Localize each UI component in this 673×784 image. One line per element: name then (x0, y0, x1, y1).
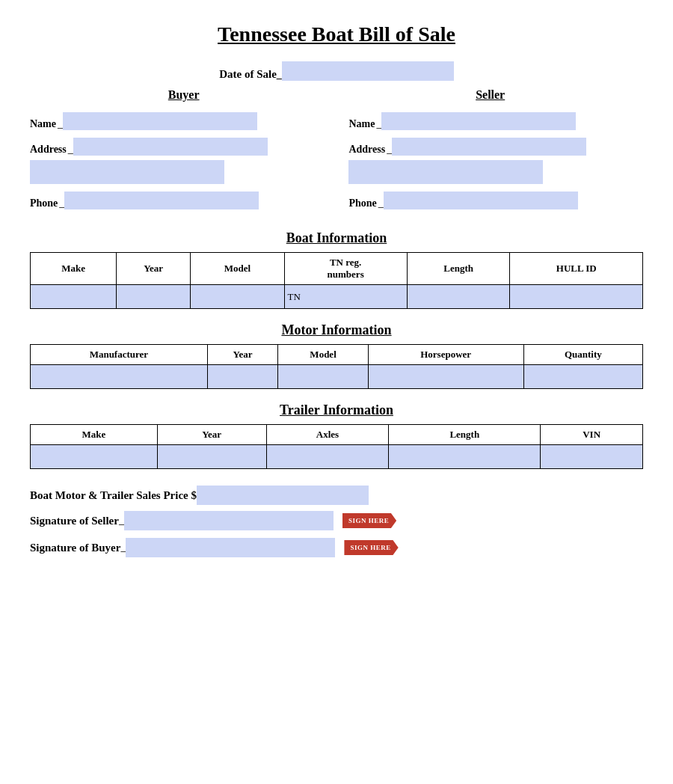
trailer-vin-input[interactable] (541, 445, 643, 469)
motor-table: Manufacturer Year Model Horsepower Quant… (30, 344, 643, 389)
buyer-name-input[interactable] (63, 112, 257, 130)
sales-price-input[interactable] (197, 486, 369, 505)
motor-year-input[interactable] (207, 365, 278, 389)
buyer-name-underline: _ (58, 118, 63, 130)
trailer-make-input[interactable] (31, 445, 158, 469)
trailer-section-title: Trailer Information (30, 402, 643, 418)
buyer-address-label: Address (30, 144, 67, 156)
seller-address2-input[interactable] (348, 160, 543, 184)
buyer-signature-input[interactable] (126, 538, 335, 557)
motor-col-model: Model (278, 345, 368, 365)
seller-signature-input[interactable] (124, 511, 334, 530)
date-input[interactable] (282, 61, 454, 81)
motor-horsepower-input[interactable] (368, 365, 523, 389)
boat-col-length: Length (407, 253, 510, 285)
buyer-signature-underline: _ (120, 542, 126, 554)
buyer-signature-label: Signature of Buyer (30, 542, 120, 554)
seller-name-label: Name (348, 118, 375, 130)
trailer-col-year: Year (157, 425, 266, 445)
signature-section: Boat Motor & Trailer Sales Price $ Signa… (30, 486, 643, 557)
trailer-length-input[interactable] (389, 445, 541, 469)
seller-signature-underline: _ (119, 515, 124, 527)
trailer-col-length: Length (389, 425, 541, 445)
trailer-year-input[interactable] (157, 445, 266, 469)
boat-section-title: Boat Information (30, 230, 643, 246)
date-label: Date of Sale (219, 68, 277, 81)
trailer-col-make: Make (31, 425, 158, 445)
boat-year-input[interactable] (117, 285, 191, 309)
motor-col-manufacturer: Manufacturer (31, 345, 208, 365)
buyer-column: Name _ Address _ Phone _ (30, 112, 325, 217)
buyer-name-label: Name (30, 118, 56, 130)
seller-phone-input[interactable] (384, 192, 578, 209)
buyer-address-underline: _ (68, 144, 73, 156)
motor-model-input[interactable] (278, 365, 368, 389)
trailer-table: Make Year Axles Length VIN (30, 424, 643, 469)
seller-heading: Seller (476, 88, 505, 102)
boat-make-input[interactable] (31, 285, 117, 309)
boat-col-tn-reg: TN reg.numbers (284, 253, 407, 285)
boat-tn-reg-input[interactable]: TN (284, 285, 407, 309)
seller-name-input[interactable] (381, 112, 576, 130)
sign-here-buyer-badge[interactable]: SIGN HERE (344, 540, 398, 555)
page-title: Tennessee Boat Bill of Sale (30, 22, 643, 46)
seller-phone-label: Phone (348, 197, 376, 209)
boat-col-model: Model (191, 253, 284, 285)
seller-address-underline: _ (387, 144, 392, 156)
date-underline: _ (277, 69, 282, 81)
trailer-axles-input[interactable] (266, 445, 389, 469)
trailer-col-axles: Axles (266, 425, 389, 445)
seller-address-input[interactable] (392, 138, 586, 156)
motor-quantity-input[interactable] (523, 365, 642, 389)
seller-column: Name _ Address _ Phone _ (348, 112, 643, 217)
buyer-phone-label: Phone (30, 197, 58, 209)
trailer-col-vin: VIN (541, 425, 643, 445)
sales-price-label: Boat Motor & Trailer Sales Price $ (30, 489, 197, 502)
seller-signature-label: Signature of Seller (30, 515, 119, 527)
boat-col-make: Make (31, 253, 117, 285)
buyer-address2-input[interactable] (30, 160, 224, 184)
boat-hull-id-input[interactable] (510, 285, 643, 309)
buyer-phone-underline: _ (59, 197, 64, 209)
motor-col-horsepower: Horsepower (368, 345, 523, 365)
seller-address-label: Address (348, 144, 385, 156)
motor-manufacturer-input[interactable] (31, 365, 208, 389)
buyer-phone-input[interactable] (64, 192, 259, 209)
seller-name-underline: _ (376, 118, 381, 130)
sign-here-seller-badge[interactable]: SIGN HERE (342, 513, 396, 528)
motor-section-title: Motor Information (30, 322, 643, 338)
motor-col-year: Year (207, 345, 278, 365)
motor-col-quantity: Quantity (523, 345, 642, 365)
buyer-heading: Buyer (168, 88, 200, 102)
boat-col-year: Year (117, 253, 191, 285)
boat-table: Make Year Model TN reg.numbers Length HU… (30, 252, 643, 309)
boat-length-input[interactable] (407, 285, 510, 309)
boat-col-hull-id: HULL ID (510, 253, 643, 285)
buyer-address-input[interactable] (73, 138, 268, 156)
seller-phone-underline: _ (378, 197, 384, 209)
boat-model-input[interactable] (191, 285, 284, 309)
